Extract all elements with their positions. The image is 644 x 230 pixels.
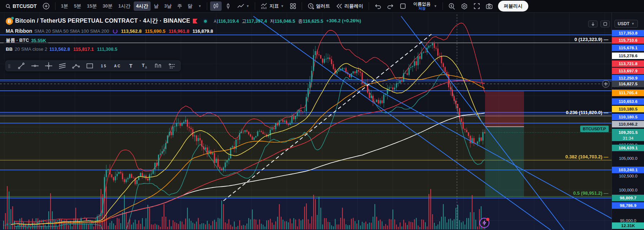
indicator-value: 115,817.1 [73,46,94,52]
indicator-value: 115,690.5 [145,28,165,34]
compare-add-button[interactable] [40,1,52,11]
indicators-label: 지표 [270,3,279,9]
indicators-button[interactable]: 지표 ▼ [258,1,287,11]
lightning-search-icon [448,3,455,10]
price-label: 113,697.9 [612,68,644,74]
chart-type-candles-button[interactable] [210,1,222,11]
market-status-icon[interactable] [203,19,208,24]
snapshot-button[interactable] [483,2,495,11]
bb-title: BB [6,46,13,52]
search-icon [5,4,11,9]
close-value: 116,625.5 [303,18,323,24]
chevron-down-icon: ▼ [631,22,635,26]
save-button[interactable]: 저장 [418,7,426,10]
redo-icon [387,3,394,9]
replay-rewind-icon [336,3,343,9]
fullscreen-icon [474,3,480,9]
ma-ribbon-values: 113,562.8115,690.5116,961.8116,879.8 [121,28,213,34]
alert-button[interactable]: 얼러트 [305,1,333,11]
toolbar-separator [207,2,207,10]
price-axis-tick: 102,500.0 [612,173,644,179]
tool-elliott-wave-button[interactable]: 1 5 [97,61,110,71]
price-scale[interactable]: USDT ▼ 107,500.0105,000.0102,500.0100,00… [612,13,644,230]
toolbar-separator [369,2,369,10]
tool-anchored-text-button[interactable]: T⚓ [138,61,151,71]
fullscreen-button[interactable] [471,1,483,11]
tool-ghost-feed-button[interactable] [165,61,179,71]
redo-button[interactable] [385,2,396,10]
low-value: 116,046.5 [275,18,295,24]
bb-legend[interactable]: BB 20 SMA close 2 113,562.8115,817.1111,… [4,46,120,53]
undo-button[interactable] [372,2,384,10]
replay-label: 리플레이 [345,3,363,9]
price-chart-canvas[interactable]: 0 (123,323.9) —0.236 (111,820.0) —0.382 … [0,13,612,230]
chart-area[interactable]: 0 (123,323.9) —0.236 (111,820.0) —0.382 … [0,13,612,230]
layout-name-button[interactable]: 이름없음 저장 ▼ [409,0,440,13]
interval-more-button[interactable]: ▼ [196,3,204,9]
interval-button-달[interactable]: 달 [185,1,195,11]
settings-button[interactable] [458,1,470,11]
exchange-logo-icon [192,18,198,24]
ma-ribbon-legend[interactable]: MA Ribbon SMA 20 SMA 50 SMA 100 SMA 200 … [4,27,215,35]
interval-button-1시간[interactable]: 1시간 [116,1,133,11]
interval-button-1분[interactable]: 1분 [58,1,71,11]
price-axis-tick: 105,000.0 [612,155,644,161]
currency-label: USDT [618,21,630,26]
tool-polyline-button[interactable] [69,61,83,71]
price-label: 98,786.9 [612,202,644,209]
plus-circle-icon [43,3,50,10]
indicator-value: 116,961.8 [169,28,189,34]
tool-cross-line-button[interactable] [42,61,55,71]
svg-text:0.236 (111,820.0) —: 0.236 (111,820.0) — [566,110,608,115]
currency-dropdown[interactable]: USDT ▼ [614,20,638,28]
change-value: +306.2 (+0.26%) [326,18,361,24]
undo-icon [374,3,381,9]
interval-button-15분[interactable]: 15분 [84,1,99,11]
interval-button-30분[interactable]: 30분 [100,1,115,11]
price-label: 113,721.8 [612,60,644,67]
chart-type-line-button[interactable]: ▼ [235,1,252,11]
tool-trend-line-button[interactable] [14,61,28,71]
ohlc-values: 시116,319.4 고117,397.4 저116,046.5 종116,62… [214,18,361,24]
tool-abcd-pattern-button[interactable]: A C [110,61,124,71]
symbol-name: BTCUSDT [13,3,37,9]
tool-text-button[interactable]: T [124,61,138,71]
toolbar-separator [443,2,443,10]
maximize-pane-button[interactable] [600,21,610,27]
toolbar-separator [302,2,302,10]
grid-layout-icon [290,3,296,9]
tool-rectangle-button[interactable] [83,61,97,71]
pane-buttons [588,21,610,27]
alert-clock-icon [307,3,314,10]
scroll-down-button[interactable] [588,21,598,27]
layout-name: 이름없음 [413,2,431,6]
loading-spinner-icon [113,29,117,33]
volume-legend[interactable]: 볼륨 · BTC 35.55K [4,36,48,44]
chart-type-hollow-button[interactable] [222,1,234,11]
tool-bars-pattern-button[interactable] [151,61,165,71]
layout-grid-button[interactable] [287,1,299,11]
interval-button-주[interactable]: 주 [175,1,185,11]
toolbar-separator [255,2,255,10]
price-label: 109,201.531:34 [612,129,644,141]
ai-assistant-button[interactable] [479,218,489,228]
tool-parallel-channel-button[interactable] [55,61,69,71]
toolbar-drag-handle[interactable]: ⣿ [7,61,14,71]
ma-ribbon-title: MA Ribbon [6,28,32,34]
replay-button[interactable]: 리플레이 [333,1,366,11]
symbol-search-button[interactable]: BTCUSDT [3,2,39,10]
symbol-title[interactable]: Bitcoin / TetherUS PERPETUAL CONTRACT · … [15,17,190,25]
interval-button-4시간[interactable]: 4시간 [134,1,151,11]
lightning-icon [482,220,487,225]
interval-button-날[interactable]: 날 [151,1,161,11]
tool-horizontal-line-button[interactable] [28,61,42,71]
open-value: 116,319.4 [218,18,239,24]
line-chart-icon [237,3,244,9]
volume-value: 35.55K [31,38,46,43]
quick-search-button[interactable] [446,1,458,11]
interval-button-5분[interactable]: 5분 [71,1,84,11]
layout-select-button[interactable] [397,1,409,11]
bitcoin-logo-icon: B [6,18,13,25]
interval-button-3날[interactable]: 3날 [162,1,174,11]
publish-button[interactable]: 퍼블리시 [498,1,528,12]
